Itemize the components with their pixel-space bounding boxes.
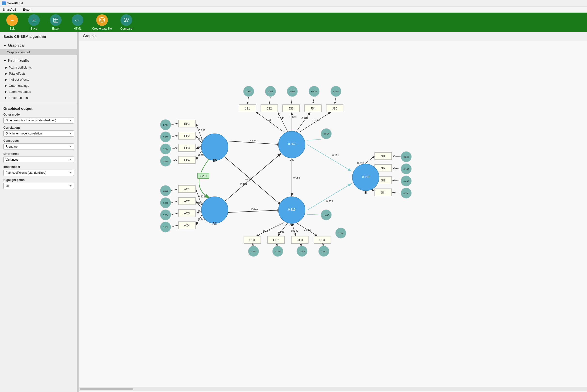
svg-line-113	[313, 97, 314, 104]
svg-text:JS5: JS5	[332, 107, 337, 110]
svg-line-119	[392, 156, 401, 157]
total-effects-arrow-icon: ▶	[5, 72, 7, 75]
highlight-paths-select[interactable]: off on	[4, 183, 74, 189]
save-button[interactable]: Save	[27, 14, 41, 30]
svg-text:0.254: 0.254	[200, 174, 207, 177]
final-results-arrow-icon: ▼	[4, 59, 7, 63]
sidebar-item-factor-scores[interactable]: ▶ Factor scores	[0, 95, 77, 101]
sidebar-title: Basic CB-SEM algorithm	[0, 32, 77, 41]
sidebar-item-indirect-effects[interactable]: ▶ Indirect effects	[0, 76, 77, 82]
svg-text:0.813: 0.813	[357, 162, 364, 164]
svg-line-175	[228, 210, 281, 212]
create-data-file-button[interactable]: Create data file	[92, 14, 112, 30]
svg-line-118	[322, 244, 324, 246]
outer-loadings-label: Outer loadings	[9, 84, 29, 88]
svg-text:1.748: 1.748	[299, 250, 305, 253]
svg-text:SI4: SI4	[381, 191, 385, 194]
svg-text:AC1: AC1	[184, 188, 190, 191]
svg-text:0.263: 0.263	[403, 192, 409, 194]
sidebar: Basic CB-SEM algorithm ▼ Graphical Graph…	[0, 32, 78, 392]
svg-point-183	[201, 134, 228, 160]
create-data-file-label: Create data file	[92, 27, 112, 30]
svg-text:0.604: 0.604	[163, 214, 168, 216]
svg-text:EP3: EP3	[184, 146, 190, 150]
error-terms-label: Error terms	[4, 152, 74, 156]
latent-variables-label: Latent variables	[9, 90, 31, 94]
constructs-select[interactable]: R-square Mean AVE	[4, 144, 74, 150]
diagram-area[interactable]: 1.744 0.908 0.714 0.622 0.628 0.972 0.60…	[79, 40, 587, 391]
outer-loadings-arrow-icon: ▶	[5, 84, 7, 87]
html-button[interactable]: </> HTML	[70, 14, 85, 30]
error-terms-select[interactable]: Variances None	[4, 156, 74, 163]
svg-text:JS3: JS3	[289, 107, 294, 110]
svg-line-110	[247, 97, 249, 104]
svg-text:EP2: EP2	[184, 134, 190, 138]
sidebar-item-outer-loadings[interactable]: ▶ Outer loadings	[0, 82, 77, 89]
titlebar: SmartPLS 4	[0, 0, 587, 7]
indirect-effects-arrow-icon: ▶	[5, 78, 7, 81]
scrollbar-thumb[interactable]	[80, 388, 133, 390]
svg-text:0.714: 0.714	[163, 148, 168, 150]
menu-smartpls[interactable]: SmartPLS	[2, 8, 18, 12]
svg-line-108	[171, 213, 178, 215]
svg-line-140	[278, 112, 288, 132]
menu-export[interactable]: Export	[22, 8, 33, 12]
svg-line-167	[307, 139, 321, 140]
graphical-output-section: Graphical output Outer model Outer weigh…	[0, 104, 77, 192]
content-title: Graphic	[83, 34, 97, 38]
html-icon: </>	[72, 14, 83, 26]
constructs-label: Constructs	[4, 139, 74, 142]
svg-text:4.244: 4.244	[251, 250, 256, 253]
svg-line-102	[171, 124, 178, 125]
svg-text:94.86: 94.86	[333, 90, 339, 93]
svg-text:SI: SI	[364, 191, 367, 194]
outer-model-select[interactable]: Outer weights / loadings (standardized)	[4, 117, 74, 124]
svg-text:0.825: 0.825	[268, 90, 273, 93]
sidebar-item-graphical-output[interactable]: Graphical output	[0, 49, 77, 55]
svg-line-117	[300, 244, 302, 246]
svg-point-6	[100, 18, 105, 20]
edit-icon: ←	[6, 14, 18, 26]
excel-button[interactable]: X Excel	[49, 14, 63, 30]
svg-text:0.085: 0.085	[293, 176, 300, 179]
svg-text:0.832: 0.832	[304, 228, 311, 231]
edit-button[interactable]: ← Edit	[5, 14, 20, 30]
horizontal-scrollbar[interactable]	[79, 388, 587, 391]
correlations-select[interactable]: Only inner model correlation All correla…	[4, 130, 74, 137]
content-header: Graphic	[79, 32, 587, 40]
app-title: SmartPLS 4	[7, 2, 23, 5]
graphical-arrow-icon: ▼	[4, 44, 7, 48]
sidebar-item-latent-variables[interactable]: ▶ Latent variables	[0, 89, 77, 95]
svg-point-185	[201, 197, 228, 224]
svg-text:OC4: OC4	[319, 238, 325, 242]
svg-text:0.251: 0.251	[250, 140, 257, 143]
graphical-section-label: Graphical	[8, 43, 25, 48]
sidebar-section-graphical-header[interactable]: ▼ Graphical	[0, 42, 77, 49]
svg-text:0.739: 0.739	[266, 118, 272, 122]
svg-text:AC2: AC2	[184, 200, 190, 203]
svg-text:0.917: 0.917	[324, 133, 329, 135]
inner-model-select[interactable]: Path coefficients (standardized) Path co…	[4, 170, 74, 176]
svg-line-131	[196, 189, 203, 208]
svg-text:0.866: 0.866	[163, 226, 168, 228]
svg-text:0.553: 0.553	[326, 200, 333, 203]
sidebar-item-total-effects[interactable]: ▶ Total effects	[0, 70, 77, 76]
svg-line-121	[392, 180, 401, 181]
svg-line-109	[171, 225, 178, 227]
svg-line-111	[269, 97, 270, 104]
compare-button[interactable]: Compare	[119, 14, 134, 30]
svg-text:0.656: 0.656	[291, 230, 298, 232]
indirect-effects-label: Indirect effects	[9, 78, 29, 82]
inner-model-label: Inner model	[4, 165, 74, 168]
sidebar-item-path-coefficients[interactable]: ▶ Path coefficients	[0, 64, 77, 70]
svg-text:JS1: JS1	[245, 107, 250, 110]
app-icon	[2, 2, 6, 5]
svg-text:OC1: OC1	[249, 238, 255, 242]
svg-text:JS4: JS4	[310, 107, 316, 110]
svg-line-168	[307, 214, 321, 215]
svg-text:0.319: 0.319	[288, 208, 295, 211]
sidebar-section-final-results-header[interactable]: ▼ Final results	[0, 57, 77, 64]
svg-text:OC: OC	[289, 224, 294, 227]
svg-text:0.883: 0.883	[278, 230, 285, 233]
svg-line-120	[392, 168, 401, 169]
